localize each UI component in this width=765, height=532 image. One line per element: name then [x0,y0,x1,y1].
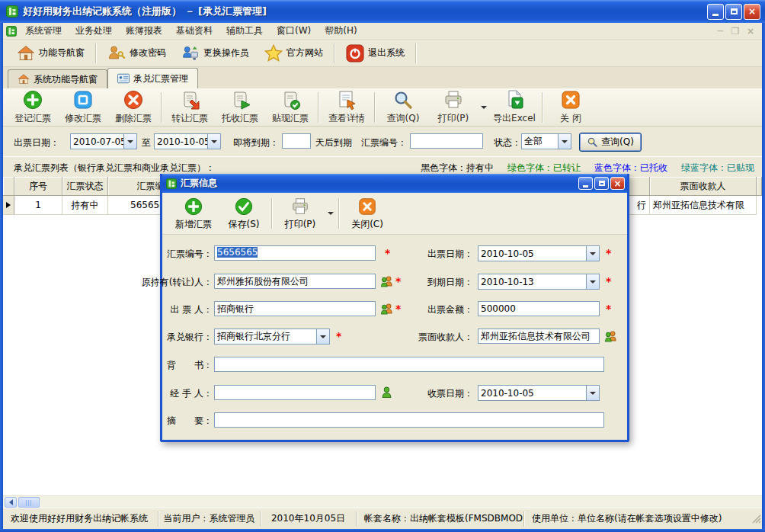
memo-input[interactable] [214,412,604,428]
collect-bill-button[interactable]: 托收汇票 [215,89,265,126]
menu-item-window[interactable]: 窗口(W) [270,23,318,39]
exit-system-label: 退出系统 [368,46,405,59]
accepting-bank-combo[interactable]: 招商银行北京分行 [214,328,330,345]
scroll-left-arrow[interactable] [5,497,17,508]
endorsement-input[interactable] [214,357,604,372]
handler-label: 经 手 人： [60,387,213,400]
orange-x-icon [560,89,581,111]
menu-item-system[interactable]: 系统管理 [18,23,69,39]
dialog-print-dropdown-arrow[interactable] [325,198,336,229]
due-days-input[interactable] [282,133,311,149]
discount-bill-label: 贴现汇票 [272,112,309,125]
discount-bill-button[interactable]: 贴现汇票 [265,89,315,126]
receive-date-combo[interactable]: 2010-10-05 [478,385,600,401]
dialog-maximize-button[interactable] [594,177,609,190]
date-from-combo[interactable]: 2010-07-05 [70,133,137,149]
bill-transfer-icon [179,89,200,111]
tab-nav-window[interactable]: 系统功能导航窗 [8,69,107,88]
change-password-button[interactable]: 修改密码 [100,41,174,66]
register-bill-button[interactable]: 登记汇票 [8,89,58,126]
printer-icon [443,89,464,111]
header-status[interactable]: 汇票状态 [62,177,108,196]
transfer-bill-button[interactable]: 转让汇票 [165,89,215,126]
required-mark: * [606,247,611,259]
window-titlebar[interactable]: 好好用财务出纳记账系统（注册版） － [承兑汇票管理] × [0,0,765,23]
status-bar: 欢迎使用好好用财务出纳记帐系统 当前用户：系统管理员 2010年10月05日 帐… [3,508,762,529]
people-picker-icon[interactable] [604,329,617,342]
list-caption: 承兑汇票列表（银行承兑汇票和商业承兑汇票）： [14,162,215,175]
amount-input[interactable] [478,301,600,316]
bill-number-selected-text: 5656565 [217,247,258,258]
chevron-down-icon[interactable] [586,246,599,261]
mdi-close-icon[interactable]: × [745,26,756,37]
header-payee[interactable]: 票面收款人 [650,177,757,196]
row-indicator [3,196,14,215]
add-bill-button[interactable]: 新增汇票 [168,194,219,232]
maximize-button[interactable] [725,4,742,20]
header-seq[interactable]: 序号 [14,177,62,196]
due-date-label: 到期日期： [321,276,473,289]
bill-no-filter-input[interactable] [410,133,483,149]
menu-item-business[interactable]: 业务处理 [69,23,119,39]
mdi-minimize-icon[interactable]: ─ [715,26,725,37]
close-view-button[interactable]: 关 闭 [546,89,596,126]
delete-bill-button[interactable]: 删除汇票 [108,89,158,126]
save-label: 保存(S) [229,218,260,231]
issue-date-combo[interactable]: 2010-10-05 [478,245,600,261]
status-combo[interactable]: 全部 [521,133,571,149]
dialog-close-button[interactable]: × [610,177,625,190]
due-date-combo[interactable]: 2010-10-13 [478,274,600,290]
exit-system-button[interactable]: 退出系统 [338,41,412,66]
person-key-icon [107,44,126,62]
close-button[interactable]: × [744,4,760,20]
nav-window-button[interactable]: 功能导航窗 [9,41,92,66]
menu-item-tools[interactable]: 辅助工具 [219,23,270,39]
chevron-down-icon[interactable] [207,134,220,149]
scrollbar-thumb[interactable] [18,497,40,508]
printer-icon [290,197,310,216]
dialog-titlebar[interactable]: 汇票信息 × [162,174,627,193]
dialog-print-button[interactable]: 打印(P) [275,194,325,232]
official-website-button[interactable]: 官方网站 [257,41,331,66]
status-filter-label: 状态： [494,136,521,149]
export-excel-button[interactable]: 导出Excel [489,89,539,126]
menu-item-help[interactable]: 帮助(H) [318,23,363,39]
date-to-combo[interactable]: 2010-10-05 [154,133,221,149]
print-dropdown-arrow[interactable] [479,92,489,123]
change-password-label: 修改密码 [130,46,166,59]
window-title: 好好用财务出纳记账系统（注册版） － [承兑汇票管理] [23,5,707,18]
menu-item-basedata[interactable]: 基础资料 [169,23,219,39]
dialog-close-toolbar-button[interactable]: 关闭(C) [342,194,392,232]
window-frame-right [762,0,765,532]
save-button[interactable]: 保存(S) [219,194,269,232]
resize-grip-icon[interactable] [751,514,762,529]
mdi-restore-icon[interactable]: ❐ [730,26,741,37]
app-icon [6,5,18,18]
query-button[interactable]: 查询(Q) [378,89,428,126]
dialog-minimize-button[interactable] [578,177,593,190]
chevron-down-icon[interactable] [558,134,571,149]
chevron-down-icon[interactable] [586,274,599,289]
dialog-title: 汇票信息 [181,177,577,190]
minimize-button[interactable] [707,4,724,20]
modify-bill-button[interactable]: 修改汇票 [58,89,108,126]
query-label: 查询(Q) [387,112,420,125]
print-button[interactable]: 打印(P) [428,89,479,126]
horizontal-scrollbar[interactable] [3,495,762,508]
menu-item-reports[interactable]: 账簿报表 [119,23,169,39]
tab-acceptance-bill-label: 承兑汇票管理 [133,72,188,85]
magnifier-icon [587,136,598,148]
switch-operator-button[interactable]: 更换操作员 [174,41,257,66]
status-welcome: 欢迎使用好好用财务出纳记帐系统 [3,511,158,527]
cell-payee: 郑州亚拓信息技术有限 [650,196,757,215]
payee-input[interactable] [478,328,600,344]
cell-status: 持有中 [62,196,108,215]
view-detail-button[interactable]: 查看详情 [322,89,372,126]
tab-acceptance-bill[interactable]: 承兑汇票管理 [107,68,198,88]
separator [318,92,319,123]
filter-query-button[interactable]: 查询(Q) [579,133,642,152]
chevron-down-icon[interactable] [586,386,599,400]
chevron-down-icon[interactable] [123,134,136,149]
receive-date-value: 2010-10-05 [479,388,586,399]
dialog-icon [166,178,177,189]
